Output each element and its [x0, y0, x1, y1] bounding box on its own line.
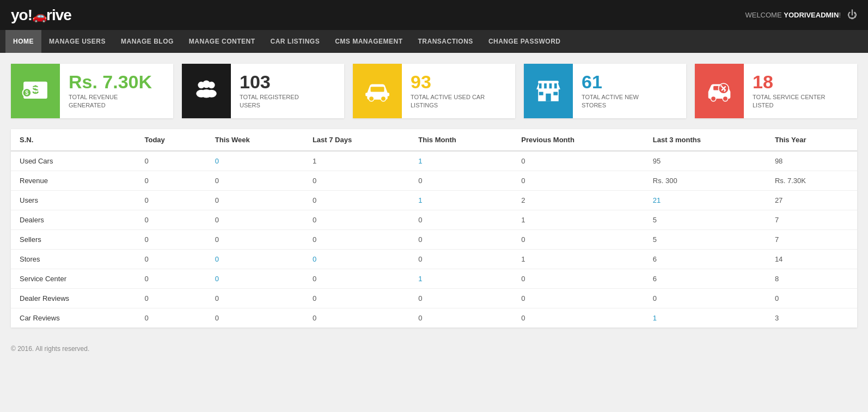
nav-transactions[interactable]: TRANSACTIONS [411, 30, 481, 53]
revenue-icon-box: $ $ [11, 64, 60, 118]
nav-change-password[interactable]: CHANGE PASSWORD [481, 30, 569, 53]
service-label: TOTAL SERVICE CENTERLISTED [753, 93, 825, 110]
main-nav: HOME MANAGE USERS MANAGE BLOG MANAGE CON… [0, 30, 868, 53]
svg-point-30 [723, 96, 728, 101]
table-row: Car Reviews0000013 [11, 308, 857, 328]
row-cell[interactable]: 0 [206, 269, 304, 289]
row-label: Car Reviews [11, 308, 136, 328]
svg-rect-17 [386, 93, 389, 96]
svg-rect-21 [544, 83, 547, 88]
table-row: Service Center0001068 [11, 269, 857, 289]
svg-rect-24 [546, 94, 551, 101]
used-cars-label: TOTAL ACTIVE USED CARLISTINGS [411, 93, 485, 110]
row-cell[interactable]: 21 [644, 191, 766, 210]
row-cell: 1 [304, 151, 409, 171]
footer-text: © 2016. All rights reserved. [11, 345, 89, 353]
row-cell: 0 [512, 151, 644, 171]
row-label: Used Cars [11, 151, 136, 171]
nav-manage-users[interactable]: MANAGE USERS [41, 30, 113, 53]
row-cell: Rs. 7.30K [766, 171, 857, 191]
row-cell: 0 [304, 171, 409, 191]
users-info: 103 TOTAL REGISTEREDUSERS [231, 64, 308, 118]
row-cell[interactable]: 1 [644, 308, 766, 328]
nav-manage-blog[interactable]: MANAGE BLOG [113, 30, 181, 53]
table-row: Revenue00000Rs. 300Rs. 7.30K [11, 171, 857, 191]
svg-rect-26 [553, 92, 558, 95]
dollar-icon: $ $ [22, 77, 49, 105]
row-label: Users [11, 191, 136, 210]
row-cell: 0 [304, 269, 409, 289]
row-cell: 0 [136, 210, 206, 230]
revenue-info: Rs. 7.30K TOTAL REVENUEGENERATED [60, 64, 161, 118]
row-cell: 0 [304, 308, 409, 328]
svg-rect-20 [539, 83, 542, 88]
row-cell: 0 [512, 269, 644, 289]
row-cell: 27 [766, 191, 857, 210]
power-icon[interactable]: ⏻ [847, 9, 857, 21]
header-right: WELCOME YODRIVEADMIN! ⏻ [745, 9, 857, 21]
username: YODRIVEADMIN [784, 11, 839, 19]
row-cell: 0 [512, 230, 644, 250]
row-cell: 0 [409, 289, 512, 308]
row-cell[interactable]: 1 [409, 151, 512, 171]
used-cars-number: 93 [411, 72, 485, 91]
footer: © 2016. All rights reserved. [0, 338, 868, 359]
row-cell: 0 [136, 289, 206, 308]
stats-table-container: S.N. Today This Week Last 7 Days This Mo… [11, 129, 857, 328]
svg-rect-23 [554, 83, 557, 88]
col-header-prev-month: Previous Month [512, 129, 644, 151]
row-cell[interactable]: 1 [409, 269, 512, 289]
service-info: 18 TOTAL SERVICE CENTERLISTED [744, 64, 834, 118]
row-cell: 0 [409, 308, 512, 328]
row-label: Stores [11, 250, 136, 269]
revenue-label: TOTAL REVENUEGENERATED [69, 93, 152, 110]
row-cell: 0 [512, 171, 644, 191]
col-header-last3: Last 3 months [644, 129, 766, 151]
table-row: Sellers0000057 [11, 230, 857, 250]
row-cell[interactable]: 0 [304, 250, 409, 269]
row-cell: 0 [206, 171, 304, 191]
svg-rect-25 [539, 92, 543, 95]
svg-text:$: $ [25, 89, 28, 96]
svg-rect-22 [549, 83, 552, 88]
nav-cms-management[interactable]: CMS MANAGEMENT [327, 30, 410, 53]
row-cell[interactable]: 0 [206, 250, 304, 269]
row-cell[interactable]: 0 [206, 151, 304, 171]
revenue-number: Rs. 7.30K [69, 72, 152, 91]
col-header-last7: Last 7 Days [304, 129, 409, 151]
row-cell: 0 [409, 250, 512, 269]
table-row: Dealers0000157 [11, 210, 857, 230]
col-header-this-week: This Week [206, 129, 304, 151]
stores-number: 61 [582, 72, 639, 91]
used-cars-info: 93 TOTAL ACTIVE USED CARLISTINGS [402, 64, 493, 118]
service-number: 18 [753, 72, 825, 91]
svg-rect-16 [365, 93, 369, 96]
row-cell: 5 [644, 210, 766, 230]
used-cars-icon-box [353, 64, 402, 118]
row-label: Dealers [11, 210, 136, 230]
row-cell: 0 [136, 191, 206, 210]
row-cell: 0 [206, 210, 304, 230]
row-cell: 0 [206, 289, 304, 308]
stores-info: 61 TOTAL ACTIVE NEWSTORES [573, 64, 647, 118]
table-row: Users000122127 [11, 191, 857, 210]
table-row: Dealer Reviews0000000 [11, 289, 857, 308]
nav-home[interactable]: HOME [5, 30, 41, 53]
row-cell[interactable]: 1 [409, 191, 512, 210]
row-label: Service Center [11, 269, 136, 289]
row-cell: 2 [512, 191, 644, 210]
row-cell: 0 [304, 230, 409, 250]
row-cell: 0 [644, 289, 766, 308]
stat-stores: 61 TOTAL ACTIVE NEWSTORES [524, 64, 686, 118]
nav-car-listings[interactable]: CAR LISTINGS [263, 30, 328, 53]
row-cell: 0 [304, 210, 409, 230]
car-icon [364, 77, 391, 105]
row-cell: 0 [206, 308, 304, 328]
table-row: Stores00001614 [11, 250, 857, 269]
row-cell: 0 [766, 289, 857, 308]
col-header-this-month: This Month [409, 129, 512, 151]
nav-manage-content[interactable]: MANAGE CONTENT [181, 30, 263, 53]
row-cell: 0 [206, 191, 304, 210]
row-cell: Rs. 300 [644, 171, 766, 191]
row-cell: 8 [766, 269, 857, 289]
